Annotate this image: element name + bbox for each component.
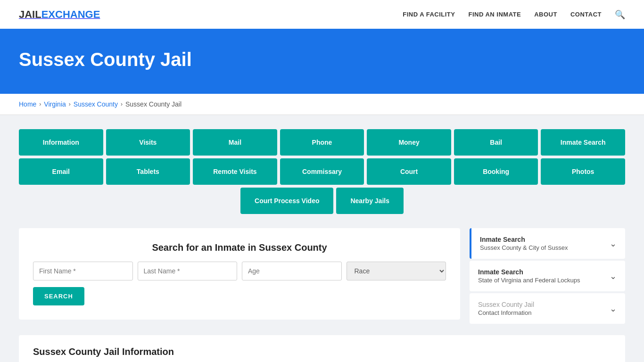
sidebar-item-virginia[interactable]: Inmate Search State of Virginia and Fede… [470, 261, 625, 291]
bottom-title: Sussex County Jail Information [33, 346, 611, 357]
search-button[interactable]: SEARCH [33, 287, 84, 305]
btn-court[interactable]: Court [367, 158, 451, 185]
btn-photos[interactable]: Photos [541, 158, 625, 185]
sidebar-item-contact-header[interactable]: Sussex County Jail Contact Information ⌄ [470, 293, 625, 324]
lower-section: Search for an Inmate in Sussex County Ra… [19, 228, 625, 326]
breadcrumb-sep-3: › [121, 101, 123, 107]
navbar: JAILEXCHANGE FIND A FACILITY FIND AN INM… [0, 0, 644, 30]
sidebar-item-virginia-text: Inmate Search State of Virginia and Fede… [478, 268, 580, 284]
btn-phone[interactable]: Phone [280, 129, 364, 156]
nav-about[interactable]: ABOUT [534, 11, 557, 18]
nav-links: FIND A FACILITY FIND AN INMATE ABOUT CON… [403, 9, 625, 20]
sidebar: Inmate Search Sussex County & City of Su… [470, 228, 625, 326]
sidebar-item-contact-title: Sussex County Jail [478, 301, 534, 308]
sidebar-item-virginia-subtitle: State of Virginia and Federal Lockups [478, 277, 580, 284]
sidebar-item-sussex[interactable]: Inmate Search Sussex County & City of Su… [470, 228, 625, 259]
btn-commissary[interactable]: Commissary [280, 158, 364, 185]
btn-tablets[interactable]: Tablets [106, 158, 190, 185]
sidebar-item-contact[interactable]: Sussex County Jail Contact Information ⌄ [470, 293, 625, 324]
btn-nearby-jails[interactable]: Nearby Jails [336, 188, 404, 214]
bottom-content: Sussex County Jail Information [19, 335, 625, 362]
sidebar-item-sussex-header[interactable]: Inmate Search Sussex County & City of Su… [471, 228, 625, 259]
btn-money[interactable]: Money [367, 129, 451, 156]
page-title: Sussex County Jail [19, 49, 625, 70]
chevron-down-icon-3: ⌄ [610, 304, 617, 314]
hero-section: Sussex County Jail [0, 30, 644, 94]
button-grid-row3: Court Process Video Nearby Jails [19, 188, 625, 214]
sidebar-item-sussex-title: Inmate Search [480, 236, 568, 243]
age-input[interactable] [242, 262, 342, 280]
btn-information[interactable]: Information [19, 129, 103, 156]
race-select[interactable]: Race White Black Hispanic Asian Other [347, 262, 446, 280]
search-form-title: Search for an Inmate in Sussex County [33, 242, 446, 253]
sidebar-item-sussex-text: Inmate Search Sussex County & City of Su… [480, 236, 568, 251]
search-icon-button[interactable]: 🔍 [615, 9, 625, 20]
button-grid-row1: Information Visits Mail Phone Money Bail… [19, 129, 625, 156]
chevron-down-icon-2: ⌄ [610, 271, 617, 281]
breadcrumb-bar: Home › Virginia › Sussex County › Sussex… [0, 94, 644, 115]
breadcrumb-current: Sussex County Jail [125, 100, 182, 108]
breadcrumb-sep-2: › [69, 101, 71, 107]
btn-inmate-search[interactable]: Inmate Search [541, 129, 625, 156]
btn-booking[interactable]: Booking [454, 158, 538, 185]
last-name-input[interactable] [138, 262, 238, 280]
sidebar-item-contact-text: Sussex County Jail Contact Information [478, 301, 534, 316]
btn-court-process-video[interactable]: Court Process Video [240, 188, 333, 214]
btn-bail[interactable]: Bail [454, 129, 538, 156]
chevron-down-icon: ⌄ [610, 239, 617, 249]
sidebar-item-sussex-subtitle: Sussex County & City of Sussex [480, 244, 568, 251]
logo[interactable]: JAILEXCHANGE [19, 8, 100, 21]
sidebar-item-virginia-header[interactable]: Inmate Search State of Virginia and Fede… [470, 261, 625, 291]
sidebar-item-contact-subtitle: Contact Information [478, 309, 534, 316]
search-form-box: Search for an Inmate in Sussex County Ra… [19, 228, 460, 320]
btn-visits[interactable]: Visits [106, 129, 190, 156]
first-name-input[interactable] [33, 262, 133, 280]
breadcrumb-sep-1: › [39, 101, 41, 107]
nav-find-facility[interactable]: FIND A FACILITY [403, 11, 455, 18]
sidebar-item-virginia-title: Inmate Search [478, 268, 580, 276]
btn-remote-visits[interactable]: Remote Visits [193, 158, 277, 185]
breadcrumb-home[interactable]: Home [19, 100, 36, 108]
btn-email[interactable]: Email [19, 158, 103, 185]
btn-mail[interactable]: Mail [193, 129, 277, 156]
nav-contact[interactable]: CONTACT [570, 11, 602, 18]
breadcrumb-sussex-county[interactable]: Sussex County [74, 100, 118, 108]
nav-find-inmate[interactable]: FIND AN INMATE [468, 11, 521, 18]
button-grid-row2: Email Tablets Remote Visits Commissary C… [19, 158, 625, 185]
breadcrumb-virginia[interactable]: Virginia [44, 100, 66, 108]
main-content: Information Visits Mail Phone Money Bail… [0, 115, 644, 362]
breadcrumb: Home › Virginia › Sussex County › Sussex… [19, 100, 625, 108]
search-name-row: Race White Black Hispanic Asian Other [33, 262, 446, 280]
